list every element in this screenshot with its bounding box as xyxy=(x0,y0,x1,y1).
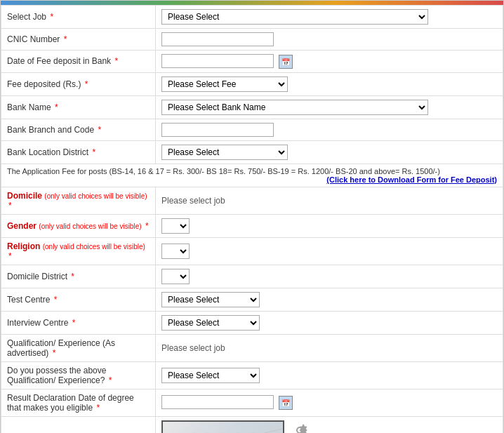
qualification-cell: Please select job xyxy=(156,334,503,361)
required-marker: * xyxy=(85,79,88,89)
captcha-area: 43910 fpsc.gov.pk ⟳ xyxy=(161,420,497,433)
domicile-cell: Please select job xyxy=(156,187,503,214)
domicile-district-label: Domicile District * xyxy=(1,265,156,288)
label-text: Fee deposited (Rs.) xyxy=(7,79,81,89)
religion-label: Religion (only valid choices will be vis… xyxy=(1,237,156,265)
label-text: Qualification/ Experience (As advertised… xyxy=(7,338,115,358)
required-marker: * xyxy=(54,295,58,305)
label-text: Interview Centre xyxy=(7,318,68,328)
cnic-input[interactable] xyxy=(161,32,274,46)
possess-qual-cell: Please Select xyxy=(156,361,503,389)
religion-title: Religion xyxy=(7,241,40,251)
label-text: Date of Fee deposit in Bank xyxy=(7,56,111,66)
label-text: Bank Name xyxy=(7,102,51,112)
bank-branch-cell xyxy=(156,119,503,140)
interview-centre-dropdown[interactable]: Please Select xyxy=(161,315,260,331)
gender-title: Gender xyxy=(7,221,37,231)
captcha-noise xyxy=(163,422,283,433)
result-date-input[interactable] xyxy=(161,395,274,409)
possess-qual-label: Do you possess the above Qualification/ … xyxy=(1,361,156,389)
test-centre-cell: Please Select xyxy=(156,288,503,311)
captcha-image: 43910 fpsc.gov.pk xyxy=(161,420,284,433)
select-job-dropdown[interactable]: Please Select xyxy=(161,9,428,25)
cnic-cell xyxy=(156,29,503,51)
label-text: Do you possess the above Qualification/ … xyxy=(7,366,106,385)
bank-branch-input[interactable] xyxy=(161,123,274,137)
qualification-label: Qualification/ Experience (As advertised… xyxy=(1,334,156,361)
label-text: CNIC Number xyxy=(7,34,60,44)
religion-dropdown[interactable] xyxy=(161,244,190,259)
bank-branch-label: Bank Branch and Code * xyxy=(1,119,156,140)
fee-deposited-dropdown[interactable]: Please Select Fee xyxy=(161,76,288,92)
bank-name-dropdown[interactable]: Please Select Bank Name xyxy=(161,100,428,115)
label-text: Domicile District xyxy=(7,272,67,281)
gender-label: Gender (only valid choices will be visib… xyxy=(1,214,156,237)
religion-cell xyxy=(156,237,503,265)
bank-name-cell: Please Select Bank Name xyxy=(156,95,503,119)
fee-info-cell: The Application Fee for posts (BS-14, 16… xyxy=(1,164,503,187)
fee-date-label: Date of Fee deposit in Bank * xyxy=(1,51,156,73)
fee-date-input[interactable] xyxy=(161,54,274,68)
required-marker: * xyxy=(96,403,100,413)
interview-centre-label: Interview Centre * xyxy=(1,311,156,334)
select-job-cell: Please Select xyxy=(156,6,503,29)
label-text: Bank Branch and Code xyxy=(7,125,94,135)
required-marker: * xyxy=(53,348,56,358)
interview-centre-cell: Please Select xyxy=(156,311,503,334)
fee-date-cell: 📅 xyxy=(156,51,503,73)
religion-sub-label: (only valid choices will be visible) xyxy=(43,243,145,251)
label-text: Select Job xyxy=(7,12,46,22)
required-marker: * xyxy=(114,56,118,66)
required-marker: * xyxy=(98,125,101,135)
bank-name-label: Bank Name * xyxy=(1,95,156,119)
required-marker: * xyxy=(92,147,95,157)
select-job-label: Select Job * xyxy=(1,6,156,29)
fee-download-link[interactable]: (Click here to Download Form for Fee Dep… xyxy=(326,175,497,184)
required-marker: * xyxy=(71,272,74,281)
label-text: Bank Location District xyxy=(7,147,88,157)
required-marker: * xyxy=(109,375,112,385)
required-marker: * xyxy=(55,102,58,112)
captcha-box: 43910 fpsc.gov.pk ⟳ xyxy=(161,420,310,433)
qualification-static-text: Please select job xyxy=(161,343,225,353)
domicile-label: Domicile (only valid choices will be vis… xyxy=(1,187,156,214)
required-marker: * xyxy=(145,221,149,231)
calendar-icon[interactable]: 📅 xyxy=(279,55,293,69)
gender-sub-label: (only valid choices will be visible) xyxy=(39,222,141,230)
required-marker: * xyxy=(64,34,67,44)
calendar-icon-2[interactable]: 📅 xyxy=(279,396,293,410)
bank-location-dropdown[interactable]: Please Select xyxy=(161,145,288,160)
domicile-sub-label: (only valid choices will be visible) xyxy=(44,192,147,200)
bank-location-cell: Please Select xyxy=(156,140,503,164)
label-text: Test Centre xyxy=(7,295,50,305)
gender-dropdown[interactable] xyxy=(161,218,190,234)
verification-cell: 43910 fpsc.gov.pk ⟳ xyxy=(156,416,503,433)
captcha-icons: ⟳ xyxy=(290,420,310,433)
possess-qual-dropdown[interactable]: Please Select xyxy=(161,368,260,383)
fee-deposited-label: Fee deposited (Rs.) * xyxy=(1,72,156,95)
test-centre-label: Test Centre * xyxy=(1,288,156,311)
domicile-district-dropdown[interactable] xyxy=(161,269,190,284)
bank-location-label: Bank Location District * xyxy=(1,140,156,164)
domicile-static-text: Please select job xyxy=(161,196,225,206)
test-centre-dropdown[interactable]: Please Select xyxy=(161,292,260,307)
required-marker: * xyxy=(50,12,53,22)
label-text: Result Declaration Date of degree that m… xyxy=(7,393,134,413)
gender-cell xyxy=(156,214,503,237)
domicile-title: Domicile xyxy=(7,191,42,201)
required-marker: * xyxy=(72,318,76,328)
required-marker: * xyxy=(8,201,12,211)
gear-icon xyxy=(290,420,310,433)
verification-label: Enter Verification Code * xyxy=(1,416,156,433)
fee-info-text: The Application Fee for posts (BS-14, 16… xyxy=(7,167,440,175)
domicile-district-cell xyxy=(156,265,503,288)
result-date-label: Result Declaration Date of degree that m… xyxy=(1,389,156,416)
required-marker: * xyxy=(8,251,12,261)
result-date-cell: 📅 xyxy=(156,389,503,416)
fee-deposited-cell: Please Select Fee xyxy=(156,72,503,95)
cnic-label: CNIC Number * xyxy=(1,29,156,51)
